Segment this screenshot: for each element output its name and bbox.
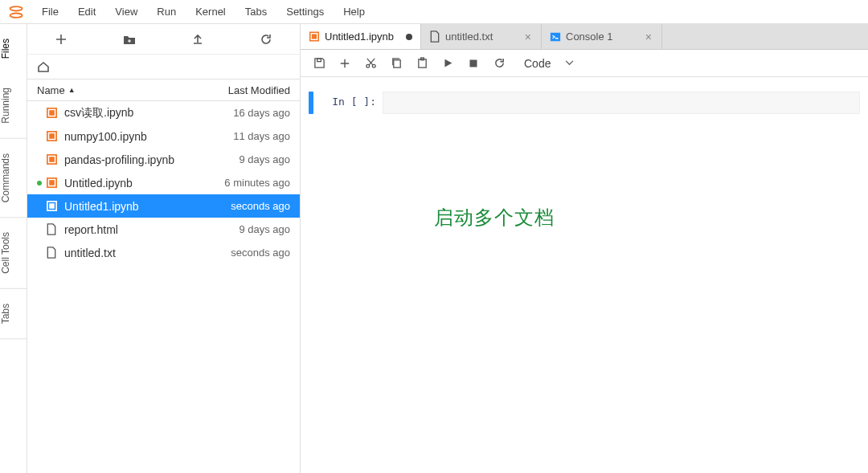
file-list-header[interactable]: Name ▲ Last Modified	[27, 79, 300, 101]
menu-run[interactable]: Run	[147, 2, 186, 21]
add-cell-button[interactable]	[333, 53, 357, 74]
notebook-body[interactable]: In [ ]:	[301, 77, 868, 473]
file-browser-panel: Name ▲ Last Modified csv读取.ipynb16 days …	[27, 24, 301, 473]
new-folder-button[interactable]	[120, 30, 139, 49]
file-icon	[45, 247, 58, 259]
file-modified-label: 9 days ago	[239, 153, 290, 165]
file-modified-label: seconds ago	[231, 200, 290, 212]
file-name-label: report.html	[64, 223, 239, 236]
svg-point-1	[10, 13, 23, 17]
file-modified-label: 11 days ago	[233, 130, 290, 142]
svg-rect-21	[470, 59, 477, 67]
file-name-label: numpy100.ipynb	[64, 130, 233, 143]
file-name-label: Untitled.ipynb	[64, 177, 224, 190]
file-name-label: untitled.txt	[64, 247, 231, 259]
copy-button[interactable]	[384, 53, 408, 74]
notebook-icon	[45, 177, 58, 190]
tab-type-icon	[429, 31, 440, 43]
running-indicator-icon	[37, 227, 42, 232]
file-browser-toolbar	[27, 24, 300, 55]
editor-tab[interactable]: Untitled1.ipynb	[301, 24, 421, 49]
header-modified-label: Last Modified	[228, 84, 290, 96]
header-name-label: Name	[37, 84, 65, 96]
paste-button[interactable]	[410, 53, 434, 74]
rail-tab-commands[interactable]: Commands	[0, 139, 27, 218]
file-row[interactable]: Untitled.ipynb6 minutes ago	[27, 171, 300, 194]
jupyter-logo-icon	[8, 4, 24, 20]
notebook-icon	[45, 200, 58, 213]
tab-bar: Untitled1.ipynbuntitled.txt×Console 1×	[301, 24, 868, 50]
new-launcher-button[interactable]	[51, 30, 71, 49]
svg-rect-5	[49, 133, 55, 139]
cell-select-strip	[309, 92, 313, 114]
svg-point-17	[372, 64, 375, 67]
home-icon	[37, 61, 50, 72]
file-row[interactable]: numpy100.ipynb11 days ago	[27, 124, 300, 148]
close-icon[interactable]: ×	[644, 31, 653, 43]
cell-prompt: In [ ]:	[320, 92, 376, 108]
menu-help[interactable]: Help	[334, 2, 375, 21]
rail-tab-tabs[interactable]: Tabs	[0, 289, 27, 339]
rail-tab-cell-tools[interactable]: Cell Tools	[0, 218, 27, 289]
file-row[interactable]: pandas-profiling.ipynb9 days ago	[27, 148, 300, 171]
rail-tab-files[interactable]: Files	[0, 24, 27, 73]
svg-point-16	[366, 64, 369, 67]
notebook-toolbar: Code	[301, 50, 868, 77]
cut-button[interactable]	[358, 53, 383, 74]
upload-button[interactable]	[188, 30, 207, 49]
save-button[interactable]	[307, 53, 331, 74]
svg-rect-9	[49, 180, 55, 186]
rail-tab-running[interactable]: Running	[0, 73, 27, 139]
running-indicator-icon	[37, 181, 42, 186]
menu-view[interactable]: View	[105, 2, 147, 21]
notebook-icon	[45, 107, 58, 120]
top-menu-bar: File Edit View Run Kernel Tabs Settings …	[0, 0, 868, 24]
file-name-label: Untitled1.ipynb	[64, 200, 231, 213]
menu-edit[interactable]: Edit	[68, 2, 105, 21]
file-row[interactable]: Untitled1.ipynbseconds ago	[27, 194, 300, 218]
tab-type-icon	[550, 31, 561, 43]
annotation-text: 启动多个文档	[434, 205, 555, 230]
sort-caret-icon: ▲	[68, 86, 76, 94]
svg-rect-13	[312, 34, 317, 39]
cell-input[interactable]	[383, 92, 860, 114]
run-button[interactable]	[436, 53, 460, 74]
file-row[interactable]: report.html9 days ago	[27, 218, 300, 241]
file-name-label: pandas-profiling.ipynb	[64, 153, 239, 166]
close-icon[interactable]: ×	[523, 31, 533, 43]
cell-type-select[interactable]: Code	[524, 57, 574, 70]
tab-label: Console 1	[566, 31, 639, 43]
menu-settings[interactable]: Settings	[276, 2, 334, 21]
chevron-down-icon	[565, 60, 574, 66]
file-list: csv读取.ipynb16 days agonumpy100.ipynb11 d…	[27, 101, 300, 473]
file-icon	[45, 223, 58, 236]
menu-kernel[interactable]: Kernel	[186, 2, 235, 21]
editor-tab[interactable]: untitled.txt×	[421, 24, 542, 49]
file-modified-label: 16 days ago	[233, 107, 290, 119]
running-indicator-icon	[37, 111, 42, 116]
file-modified-label: 9 days ago	[239, 223, 290, 235]
file-row[interactable]: csv读取.ipynb16 days ago	[27, 101, 300, 124]
tab-type-icon	[309, 31, 320, 43]
svg-rect-15	[317, 59, 321, 62]
file-row[interactable]: untitled.txtseconds ago	[27, 241, 300, 264]
breadcrumb[interactable]	[27, 55, 300, 79]
file-modified-label: seconds ago	[231, 247, 290, 259]
running-indicator-icon	[37, 251, 42, 255]
restart-button[interactable]	[487, 53, 511, 74]
sidebar-rail: Files Running Commands Cell Tools Tabs	[0, 24, 27, 473]
svg-rect-7	[49, 157, 55, 162]
work-area: Untitled1.ipynbuntitled.txt×Console 1× C…	[301, 24, 868, 473]
svg-point-0	[10, 6, 23, 10]
menu-tabs[interactable]: Tabs	[235, 2, 276, 21]
menu-file[interactable]: File	[32, 2, 68, 21]
svg-rect-3	[49, 110, 55, 116]
tab-label: Untitled1.ipynb	[325, 31, 401, 43]
running-indicator-icon	[37, 134, 42, 139]
dirty-indicator-icon	[406, 34, 412, 40]
refresh-button[interactable]	[256, 30, 276, 49]
file-name-label: csv读取.ipynb	[64, 106, 233, 120]
stop-button[interactable]	[461, 53, 485, 74]
code-cell[interactable]: In [ ]:	[309, 92, 860, 114]
editor-tab[interactable]: Console 1×	[542, 24, 662, 49]
